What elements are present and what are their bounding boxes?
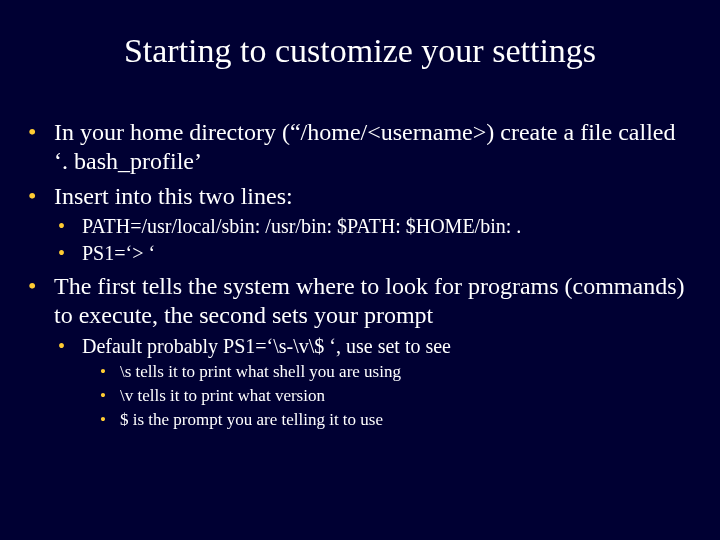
list-item: \s tells it to print what shell you are … xyxy=(100,361,692,383)
list-item: PS1=‘> ‘ xyxy=(58,241,692,266)
list-item: Insert into this two lines: xyxy=(28,182,692,211)
slide-title: Starting to customize your settings xyxy=(28,32,692,70)
list-item: Default probably PS1=‘\s-\v\$ ‘, use set… xyxy=(58,334,692,359)
list-item: The first tells the system where to look… xyxy=(28,272,692,330)
list-item: In your home directory (“/home/<username… xyxy=(28,118,692,176)
bullet-list: In your home directory (“/home/<username… xyxy=(28,118,692,431)
list-item: $ is the prompt you are telling it to us… xyxy=(100,409,692,431)
list-item: \v tells it to print what version xyxy=(100,385,692,407)
list-item: PATH=/usr/local/sbin: /usr/bin: $PATH: $… xyxy=(58,214,692,239)
